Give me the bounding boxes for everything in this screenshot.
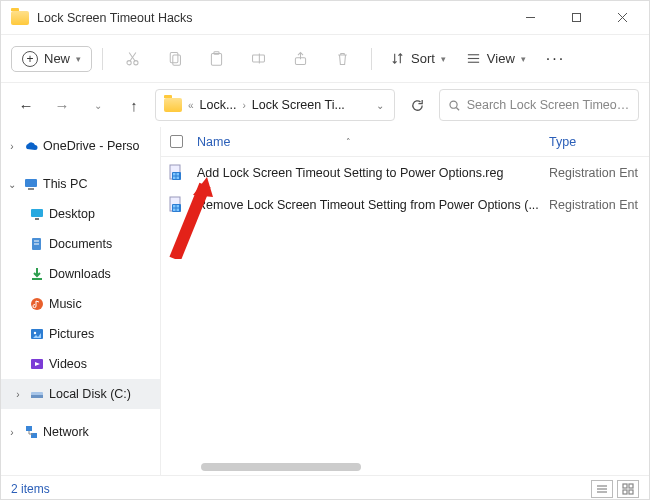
svg-line-19	[456, 107, 459, 110]
svg-point-28	[31, 298, 43, 310]
plus-icon: +	[22, 51, 38, 67]
sidebar-label: Documents	[49, 237, 112, 251]
network-icon	[23, 424, 39, 440]
sort-button[interactable]: Sort ▾	[382, 47, 454, 70]
chevron-down-icon[interactable]: ⌄	[83, 90, 113, 120]
sidebar-item-desktop[interactable]: Desktop	[1, 199, 160, 229]
sort-icon	[390, 51, 405, 66]
chevron-down-icon[interactable]: ⌄	[370, 100, 390, 111]
sidebar-item-videos[interactable]: Videos	[1, 349, 160, 379]
sidebar-item-documents[interactable]: Documents	[1, 229, 160, 259]
sidebar-label: Network	[43, 425, 89, 439]
breadcrumb-seg[interactable]: Lock...	[198, 98, 239, 112]
svg-point-18	[450, 101, 457, 108]
folder-icon	[11, 11, 29, 25]
rename-button[interactable]	[239, 42, 277, 76]
nav-row: ← → ⌄ ↑ « Lock... › Lock Screen Ti... ⌄ …	[1, 83, 649, 127]
column-name[interactable]: Name ˄	[191, 135, 549, 149]
svg-rect-1	[572, 14, 580, 22]
more-button[interactable]: ···	[538, 50, 573, 68]
window-title: Lock Screen Timeout Hacks	[37, 11, 507, 25]
column-headers: Name ˄ Type	[161, 127, 649, 157]
sidebar-item-thispc[interactable]: ⌄ This PC	[1, 169, 160, 199]
chevron-down-icon: ▾	[521, 54, 526, 64]
view-button[interactable]: View ▾	[458, 47, 534, 70]
svg-rect-20	[25, 179, 37, 187]
chevron-right-icon[interactable]: ›	[11, 389, 25, 400]
sidebar-item-music[interactable]: Music	[1, 289, 160, 319]
onedrive-icon	[23, 138, 39, 154]
search-input[interactable]: Search Lock Screen Timeou...	[439, 89, 639, 121]
content-area: Name ˄ Type Add Lock Screen Timeout Sett…	[161, 127, 649, 475]
svg-rect-8	[170, 53, 178, 63]
up-button[interactable]: ↑	[119, 90, 149, 120]
breadcrumb-seg[interactable]: Lock Screen Ti...	[250, 98, 347, 112]
thispc-icon	[23, 176, 39, 192]
sidebar-label: Pictures	[49, 327, 94, 341]
file-name: Add Lock Screen Timeout Setting to Power…	[191, 166, 549, 180]
new-button[interactable]: + New ▾	[11, 46, 92, 72]
svg-rect-44	[173, 205, 176, 208]
sidebar-label: Desktop	[49, 207, 95, 221]
videos-icon	[29, 356, 45, 372]
sidebar-item-network[interactable]: › Network	[1, 417, 160, 447]
sidebar-item-downloads[interactable]: Downloads	[1, 259, 160, 289]
main: › OneDrive - Perso ⌄ This PC Desktop Doc…	[1, 127, 649, 475]
copy-button[interactable]	[155, 42, 193, 76]
paste-button[interactable]	[197, 42, 235, 76]
sidebar-item-onedrive[interactable]: › OneDrive - Perso	[1, 131, 160, 161]
pictures-icon	[29, 326, 45, 342]
forward-button[interactable]: →	[47, 90, 77, 120]
separator	[102, 48, 103, 70]
breadcrumb-sep: ›	[240, 100, 247, 111]
file-type: Registration Ent	[549, 166, 649, 180]
chevron-right-icon[interactable]: ›	[5, 141, 19, 152]
svg-rect-46	[173, 209, 176, 212]
details-view-button[interactable]	[591, 480, 613, 498]
toolbar: + New ▾ Sort ▾ View ▾ ···	[1, 35, 649, 83]
svg-rect-53	[623, 490, 627, 494]
svg-rect-39	[177, 173, 180, 176]
sidebar: › OneDrive - Perso ⌄ This PC Desktop Doc…	[1, 127, 161, 475]
cut-button[interactable]	[113, 42, 151, 76]
svg-rect-10	[211, 53, 221, 65]
svg-rect-51	[623, 484, 627, 488]
separator	[371, 48, 372, 70]
svg-rect-23	[35, 218, 39, 220]
horizontal-scrollbar[interactable]	[201, 463, 361, 471]
refresh-button[interactable]	[401, 89, 433, 121]
svg-rect-47	[177, 209, 180, 212]
share-button[interactable]	[281, 42, 319, 76]
select-all-checkbox[interactable]	[161, 135, 191, 148]
back-button[interactable]: ←	[11, 90, 41, 120]
svg-rect-45	[177, 205, 180, 208]
chevron-right-icon[interactable]: ›	[5, 427, 19, 438]
delete-button[interactable]	[323, 42, 361, 76]
view-icon	[466, 51, 481, 66]
file-row[interactable]: Add Lock Screen Timeout Setting to Power…	[161, 157, 649, 189]
svg-line-7	[129, 53, 135, 62]
column-type[interactable]: Type	[549, 135, 649, 149]
minimize-button[interactable]	[507, 1, 553, 35]
sidebar-item-localdisk[interactable]: › Local Disk (C:)	[1, 379, 160, 409]
maximize-button[interactable]	[553, 1, 599, 35]
address-bar[interactable]: « Lock... › Lock Screen Ti... ⌄	[155, 89, 395, 121]
svg-rect-33	[31, 395, 43, 398]
new-label: New	[44, 51, 70, 66]
thumbnails-view-button[interactable]	[617, 480, 639, 498]
file-row[interactable]: Remove Lock Screen Timeout Setting from …	[161, 189, 649, 221]
search-icon	[448, 99, 461, 112]
chevron-down-icon[interactable]: ⌄	[5, 179, 19, 190]
svg-rect-9	[172, 55, 180, 65]
svg-rect-34	[26, 426, 32, 431]
drive-icon	[29, 386, 45, 402]
downloads-icon	[29, 266, 45, 282]
sidebar-item-pictures[interactable]: Pictures	[1, 319, 160, 349]
close-button[interactable]	[599, 1, 645, 35]
breadcrumb-sep: «	[186, 100, 196, 111]
sort-indicator-icon: ˄	[346, 137, 351, 147]
svg-point-30	[34, 332, 36, 334]
sort-label: Sort	[411, 51, 435, 66]
search-placeholder: Search Lock Screen Timeou...	[467, 98, 630, 112]
music-icon	[29, 296, 45, 312]
